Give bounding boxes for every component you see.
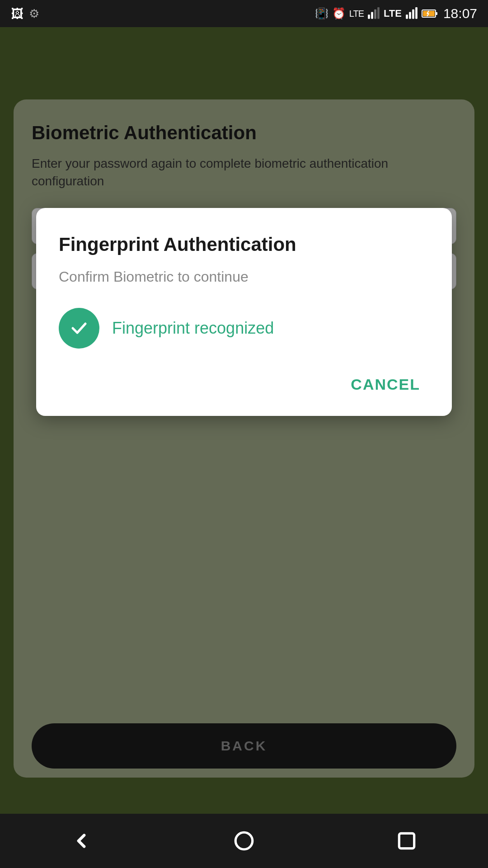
back-arrow-icon (70, 830, 93, 852)
recognized-text: Fingerprint recognized (112, 319, 274, 338)
svg-rect-2 (374, 9, 376, 19)
dialog-status-row: Fingerprint recognized (59, 308, 429, 349)
nav-bar (0, 814, 488, 868)
svg-rect-15 (399, 833, 414, 848)
status-bar-right: 📳 ⏰ LTE LTE 18:07 (315, 6, 477, 21)
svg-rect-3 (377, 7, 380, 19)
back-nav-button[interactable] (68, 827, 95, 854)
fingerprint-dialog: Fingerprint Authentication Confirm Biome… (36, 208, 452, 416)
vibrate-icon: 📳 (315, 7, 328, 20)
svg-rect-1 (371, 12, 373, 19)
cancel-button[interactable]: CANCEL (342, 371, 429, 398)
lte-label: LTE (384, 8, 402, 19)
svg-rect-7 (415, 7, 418, 19)
recents-nav-button[interactable] (393, 827, 420, 854)
svg-rect-5 (409, 12, 411, 19)
recent-apps-icon (395, 830, 418, 852)
settings-icon: ⚙ (29, 7, 39, 21)
overlay (0, 0, 488, 868)
status-time: 18:07 (443, 6, 477, 21)
svg-rect-6 (412, 9, 414, 19)
signal2-icon (405, 7, 418, 20)
check-circle (59, 308, 99, 349)
signal-icon (367, 7, 380, 20)
dialog-actions: CANCEL (59, 371, 429, 398)
svg-rect-4 (406, 14, 408, 19)
dialog-subtitle: Confirm Biometric to continue (59, 269, 429, 285)
svg-point-14 (235, 832, 253, 849)
dialog-title: Fingerprint Authentication (59, 233, 429, 256)
home-circle-icon (233, 830, 255, 852)
svg-rect-9 (436, 12, 437, 15)
alarm-icon: ⏰ (332, 7, 346, 20)
battery-icon (422, 7, 438, 20)
status-bar: 🖼 ⚙ 📳 ⏰ LTE LTE 18:0 (0, 0, 488, 27)
status-bar-left: 🖼 ⚙ (11, 6, 39, 21)
check-icon (68, 317, 90, 339)
svg-rect-0 (368, 14, 370, 19)
photo-icon: 🖼 (11, 6, 23, 21)
home-nav-button[interactable] (230, 827, 258, 854)
call-lte-icon: LTE (349, 9, 364, 19)
